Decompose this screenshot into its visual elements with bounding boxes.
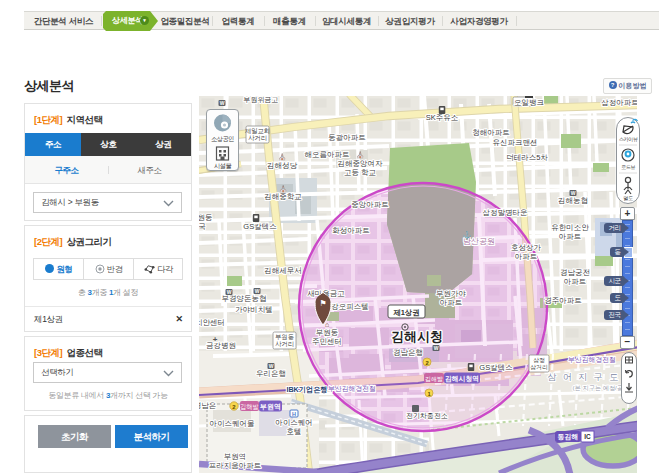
svg-text:⛪: ⛪ xyxy=(279,184,288,193)
svg-text:삼정: 삼정 xyxy=(533,357,545,363)
svg-text:중앙아파트: 중앙아파트 xyxy=(351,200,389,209)
svg-text:원동: 원동 xyxy=(199,213,213,222)
svg-text:금강병원: 금강병원 xyxy=(206,341,236,350)
svg-text:부원위금고: 부원위금고 xyxy=(244,96,279,103)
svg-text:사거리: 사거리 xyxy=(275,340,294,347)
svg-text:아이스퀘어: 아이스퀘어 xyxy=(275,418,313,427)
svg-text:치안센터: 치안센터 xyxy=(199,318,225,327)
svg-text:SK주유소: SK주유소 xyxy=(426,113,459,122)
svg-text:오일뱅크: 오일뱅크 xyxy=(514,98,544,107)
svg-text:김해시청: 김해시청 xyxy=(391,329,443,344)
svg-text:남산공원: 남산공원 xyxy=(463,237,495,246)
svg-text:제1상권: 제1상권 xyxy=(393,308,420,317)
svg-text:부경양돈농협: 부경양돈농협 xyxy=(222,294,267,303)
svg-text:삼정아파트: 삼정아파트 xyxy=(601,98,637,107)
svg-text:김해발: 김해발 xyxy=(240,403,259,410)
svg-text:2: 2 xyxy=(425,360,428,366)
svg-text:삼거리: 삼거리 xyxy=(530,364,547,370)
svg-text:고등 학교: 고등 학교 xyxy=(344,168,376,177)
svg-text:소상공인: 소상공인 xyxy=(211,135,234,143)
svg-text:경남궁전: 경남궁전 xyxy=(560,268,590,277)
svg-text:IBK기업은행: IBK기업은행 xyxy=(286,385,327,394)
svg-text:김해농협: 김해농협 xyxy=(558,196,588,205)
svg-text:호성상가: 호성상가 xyxy=(511,243,542,252)
svg-text:프라지움아파트: 프라지움아파트 xyxy=(209,461,262,470)
svg-text:GS칼텍스: GS칼텍스 xyxy=(243,222,276,231)
svg-text:주민센터: 주민센터 xyxy=(312,337,342,346)
svg-text:호텔: 호텔 xyxy=(287,427,302,436)
svg-text:부산김해경전철: 부산김해경전철 xyxy=(328,385,376,392)
svg-text:IC: IC xyxy=(584,433,591,440)
svg-text:시설물: 시설물 xyxy=(214,162,232,169)
svg-text:GS칼텍스: GS칼텍스 xyxy=(479,363,512,372)
svg-text:가야비치텔: 가야비치텔 xyxy=(235,305,273,314)
svg-text:아파트: 아파트 xyxy=(564,277,587,286)
svg-text:로드뷰: 로드뷰 xyxy=(621,164,635,170)
svg-text:제일교회: 제일교회 xyxy=(245,127,270,134)
svg-text:김해성당: 김해성당 xyxy=(267,161,298,170)
svg-text:부원역: 부원역 xyxy=(224,452,247,461)
svg-text:부산김해경전철: 부산김해경전철 xyxy=(568,356,616,363)
svg-text:W: W xyxy=(255,288,260,294)
svg-text:아파트: 아파트 xyxy=(515,252,538,261)
svg-text:W: W xyxy=(434,345,439,351)
svg-text:동김해: 동김해 xyxy=(558,433,578,441)
svg-text:아이스퀘어몰: 아이스퀘어몰 xyxy=(210,419,255,428)
svg-text:스카이뷰: 스카이뷰 xyxy=(619,136,638,142)
svg-text:사거리: 사거리 xyxy=(248,134,267,141)
svg-text:전기차충전소: 전기차충전소 xyxy=(406,412,448,419)
svg-text:멀도: 멀도 xyxy=(623,195,633,201)
svg-text:부원동: 부원동 xyxy=(275,333,294,340)
svg-text:경남은: 경남은 xyxy=(199,401,216,410)
svg-text:유한미소안: 유한미소안 xyxy=(551,223,589,232)
svg-text:더테라스5차: 더테라스5차 xyxy=(506,153,548,162)
svg-text:+: + xyxy=(213,335,218,344)
svg-text:W: W xyxy=(571,190,576,196)
svg-text:아파트: 아파트 xyxy=(440,298,463,307)
svg-text:부원동: 부원동 xyxy=(316,328,339,337)
svg-text:청해아파트: 청해아파트 xyxy=(472,128,510,137)
svg-text:동광아파트: 동광아파트 xyxy=(328,133,366,142)
svg-text:W: W xyxy=(227,289,232,295)
svg-text:화성아파트: 화성아파트 xyxy=(332,226,370,235)
svg-text:우리은행: 우리은행 xyxy=(256,369,286,378)
svg-text:아파트: 아파트 xyxy=(559,232,582,241)
svg-text:W: W xyxy=(269,363,274,369)
svg-text:국: 국 xyxy=(199,222,206,231)
svg-text:⛪: ⛪ xyxy=(278,152,287,161)
svg-text:경남은행: 경남은행 xyxy=(393,348,423,357)
svg-text:김해발: 김해발 xyxy=(425,376,443,382)
svg-text:유신파크맨션: 유신파크맨션 xyxy=(493,138,538,147)
svg-text:김해중앙여자: 김해중앙여자 xyxy=(338,159,384,168)
svg-text:⚓: ⚓ xyxy=(463,230,472,239)
svg-text:⚑: ⚑ xyxy=(319,299,326,308)
svg-text:해오름아파트: 해오름아파트 xyxy=(305,150,350,159)
svg-text:김해세무서: 김해세무서 xyxy=(264,266,302,275)
svg-text:⛪: ⛪ xyxy=(356,150,365,159)
svg-text:부원역: 부원역 xyxy=(260,403,281,411)
svg-text:W: W xyxy=(220,100,225,106)
svg-text:삼정말명타운: 삼정말명타운 xyxy=(483,208,528,217)
svg-text:H: H xyxy=(292,411,296,417)
svg-text:김해시청역: 김해시청역 xyxy=(445,375,479,383)
svg-text:부원가야: 부원가야 xyxy=(436,289,467,298)
svg-text:강오피스텔: 강오피스텔 xyxy=(331,302,369,311)
svg-text:김해중학교: 김해중학교 xyxy=(264,192,302,201)
svg-text:경주아파트: 경주아파트 xyxy=(544,296,582,305)
